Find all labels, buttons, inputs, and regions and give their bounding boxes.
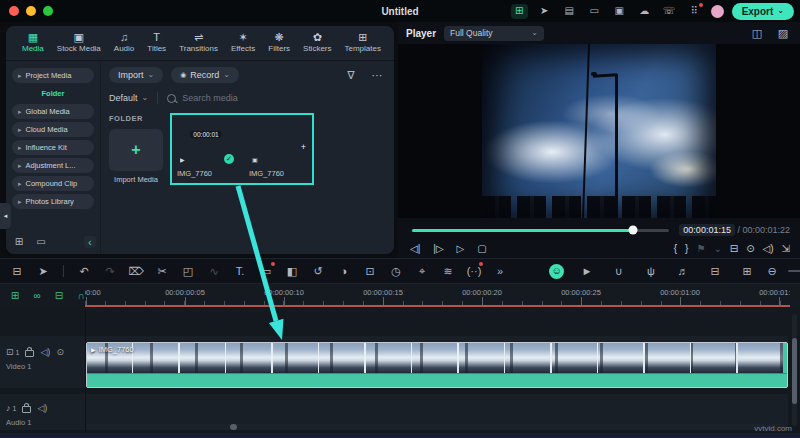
play-icon[interactable]: ▷ [457,241,465,257]
tab-media[interactable]: ▦Media [22,31,44,53]
ai-portrait-icon[interactable]: ☺ [549,264,564,279]
sidebar-item-folder[interactable]: Folder [12,86,94,101]
marker-caret-icon[interactable]: ⌄ [713,241,721,257]
mask-icon[interactable]: ▭ [257,263,275,279]
undo-icon[interactable]: ↶ [75,263,93,279]
fullscreen-icon[interactable]: ⇲ [782,241,790,257]
split-screen-icon[interactable]: ◫ [748,25,766,41]
sidebar-item-adjustment-l[interactable]: ▸Adjustment L... [12,158,94,173]
timeline-link-icon[interactable]: ∞ [30,288,44,304]
more-options-icon[interactable]: ⋯ [368,67,386,83]
timeline-keyframe-icon[interactable]: ⊟ [52,288,66,304]
project-doc-icon[interactable]: ▤ [561,4,578,19]
horizontal-scrollbar[interactable] [86,424,784,430]
new-folder-icon[interactable]: ⊞ [12,234,26,250]
mark-out-icon[interactable]: } [685,241,688,257]
sidebar-item-influence-kit[interactable]: ▸Influence Kit [12,140,94,155]
import-media-tile[interactable]: + Import Media [109,129,163,184]
tab-audio[interactable]: ♫Audio [114,31,134,53]
export-frame-icon[interactable]: ▨ [774,25,792,41]
media-browser-icon[interactable]: ⊟ [8,263,26,279]
timeline-zoom-slider[interactable] [788,270,800,272]
mark-in-icon[interactable]: { [674,241,677,257]
keyframe-icon[interactable]: (··) [465,263,483,279]
fit-display-icon[interactable]: ⊟ [730,241,738,257]
snapshot-camera-icon[interactable]: ⊙ [746,241,754,257]
gift-icon[interactable]: ⊞ [511,4,528,19]
support-headset-icon[interactable]: ☏ [661,4,678,19]
close-window-button[interactable] [9,6,19,16]
timeline-add-marker-icon[interactable]: ⊞ [8,288,22,304]
render-preview-icon[interactable]: ► [578,263,596,279]
voiceover-icon[interactable]: ψ [642,263,660,279]
add-marker-icon[interactable]: ⊞ [738,263,756,279]
marker-flag-icon[interactable]: ⚑ [696,241,705,257]
sidebar-item-photos-library[interactable]: ▸Photos Library [12,194,94,209]
motion-track-icon[interactable]: ⌖ [413,263,431,279]
screen-record-icon[interactable]: ⊟ [706,263,724,279]
lock-track-icon[interactable] [25,350,34,357]
scrubber-handle[interactable] [629,226,638,235]
color-wheel-icon[interactable]: ◑ [335,263,353,279]
playback-scrubber[interactable] [412,229,669,232]
crop-icon[interactable]: ◰ [179,263,197,279]
tab-filters[interactable]: ❋Filters [268,31,290,53]
horizontal-scrollbar-thumb[interactable] [230,424,237,430]
panel-collapse-handle[interactable]: ◂ [0,203,11,229]
save-icon[interactable]: ▣ [611,4,628,19]
next-frame-icon[interactable]: |▷ [433,241,443,257]
tab-transitions[interactable]: ⇌Transitions [179,31,218,53]
sidebar-item-global-media[interactable]: ▸Global Media [12,104,94,119]
snapshot-icon[interactable]: ⊡ [361,263,379,279]
audio-mixer-icon[interactable]: ♬ [674,263,692,279]
text-icon[interactable]: T. [231,263,249,279]
apps-grid-icon[interactable]: ⠿ [686,4,703,19]
filter-sort-icon[interactable]: ∇ [342,67,360,83]
tab-stock-media[interactable]: ▣Stock Media [57,31,101,53]
chroma-key-icon[interactable]: ◧ [283,263,301,279]
minimize-window-button[interactable] [26,6,36,16]
speed-timer-icon[interactable]: ◷ [387,263,405,279]
vertical-scrollbar[interactable] [792,314,797,426]
tab-templates[interactable]: ⊞Templates [345,31,381,53]
cloud-upload-icon[interactable]: ☁ [636,4,653,19]
tab-effects[interactable]: ✶Effects [231,31,255,53]
record-button[interactable]: ◉ Record ⌄ [171,67,239,83]
export-button[interactable]: Export ⌄ [732,3,794,20]
tab-titles[interactable]: TTitles [147,31,166,53]
more-tools-icon[interactable]: » [491,263,509,279]
sidebar-item-cloud-media[interactable]: ▸Cloud Media [12,122,94,137]
mute-track-icon[interactable]: ◁) [37,400,47,416]
delete-icon[interactable]: ⌦ [127,263,145,279]
redo-icon[interactable]: ↷ [101,263,119,279]
maximize-window-button[interactable] [43,6,53,16]
quality-dropdown[interactable]: Full Quality ⌄ [444,26,544,41]
user-avatar[interactable] [711,5,724,18]
volume-icon[interactable]: ◁) [763,241,774,257]
sidebar-item-project-media[interactable]: ▸Project Media [12,68,94,83]
sidebar-collapse-icon[interactable]: ‹ [84,236,96,248]
share-icon[interactable]: ➤ [536,4,553,19]
device-icon[interactable]: ▭ [586,4,603,19]
select-tool-icon[interactable]: ➤ [34,263,52,279]
zoom-out-icon[interactable]: ⊖ [763,263,781,279]
folder-icon[interactable]: ▭ [34,234,48,250]
view-mode-dropdown[interactable]: Default ⌄ [109,93,148,103]
search-input[interactable]: Search media [182,93,238,103]
split-icon[interactable]: ✂ [153,263,171,279]
rotate-icon[interactable]: ↺ [309,263,327,279]
timeline-clip-img-7760[interactable]: ▶ IMG_7760 [86,342,788,388]
speed-ramp-icon[interactable]: ∿ [205,263,223,279]
tab-stickers[interactable]: ✿Stickers [303,31,331,53]
stop-icon[interactable]: ▢ [477,241,486,257]
previous-frame-icon[interactable]: ◁| [410,241,420,257]
timeline-ruler[interactable]: ⊞∞⊟∩ 00:00:0000:00:00:0500:00:00:1000:00… [0,284,800,310]
import-button[interactable]: Import ⌄ [109,67,163,83]
silence-detect-icon[interactable]: ∪ [610,263,628,279]
vertical-scrollbar-thumb[interactable] [792,338,797,404]
mute-track-icon[interactable]: ◁) [40,344,50,360]
audio-eq-icon[interactable]: ≋ [439,263,457,279]
lock-track-icon[interactable] [22,406,31,413]
sidebar-item-compound-clip[interactable]: ▸Compound Clip [12,176,94,191]
hide-track-icon[interactable]: ⊙ [56,344,64,360]
